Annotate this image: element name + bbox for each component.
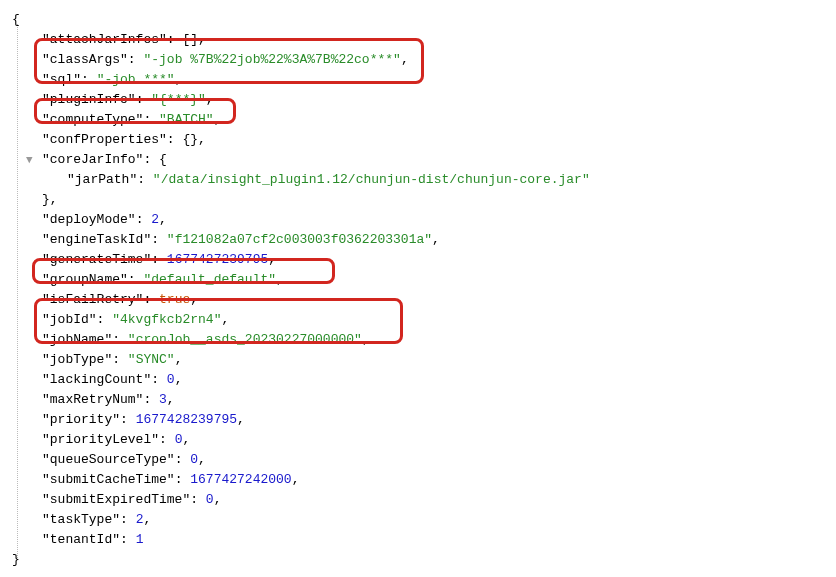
line-attachJarInfos: "attachJarInfos": [], (12, 30, 836, 50)
line-generateTime: "generateTime": 1677427239795, (12, 250, 836, 270)
line-queueSourceType: "queueSourceType": 0, (12, 450, 836, 470)
line-close-brace: } (12, 550, 836, 570)
line-sql: "sql": "-job ***", (12, 70, 836, 90)
line-groupName: "groupName": "default_default", (12, 270, 836, 290)
line-isFailRetry: "isFailRetry": true, (12, 290, 836, 310)
line-jarPath: "jarPath": "/data/insight_plugin1.12/chu… (12, 170, 836, 190)
line-jobName: "jobName": "cronJob__asds_20230227000000… (12, 330, 836, 350)
line-priorityLevel: "priorityLevel": 0, (12, 430, 836, 450)
line-coreJarInfo-close: }, (12, 190, 836, 210)
line-submitExpiredTime: "submitExpiredTime": 0, (12, 490, 836, 510)
line-deployMode: "deployMode": 2, (12, 210, 836, 230)
line-taskType: "taskType": 2, (12, 510, 836, 530)
line-coreJarInfo-open: ▼"coreJarInfo": { (12, 150, 836, 170)
expand-toggle-icon[interactable]: ▼ (26, 150, 38, 170)
line-jobType: "jobType": "SYNC", (12, 350, 836, 370)
json-tree: { "attachJarInfos": [], "classArgs": "-j… (8, 10, 836, 570)
line-jobId: "jobId": "4kvgfkcb2rn4", (12, 310, 836, 330)
line-priority: "priority": 1677428239795, (12, 410, 836, 430)
line-engineTaskId: "engineTaskId": "f121082a07cf2c003003f03… (12, 230, 836, 250)
line-computeType: "computeType": "BATCH", (12, 110, 836, 130)
line-classArgs: "classArgs": "-job %7B%22job%22%3A%7B%22… (12, 50, 836, 70)
line-pluginInfo: "pluginInfo": "{***}", (12, 90, 836, 110)
line-confProperties: "confProperties": {}, (12, 130, 836, 150)
line-tenantId: "tenantId": 1 (12, 530, 836, 550)
line-maxRetryNum: "maxRetryNum": 3, (12, 390, 836, 410)
line-lackingCount: "lackingCount": 0, (12, 370, 836, 390)
line-submitCacheTime: "submitCacheTime": 1677427242000, (12, 470, 836, 490)
line-open-brace: { (12, 10, 836, 30)
